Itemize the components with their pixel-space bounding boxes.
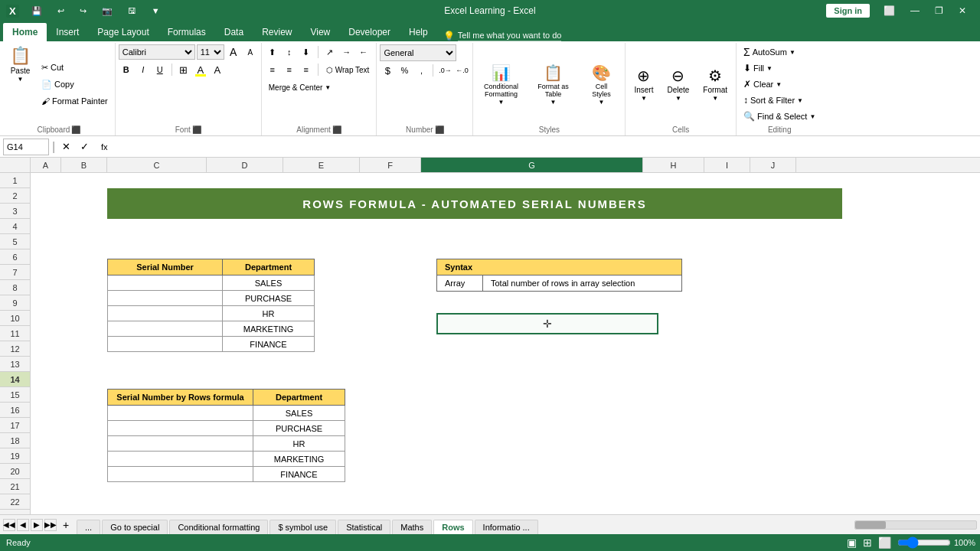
col-header-h[interactable]: H [643, 158, 704, 172]
active-cell[interactable]: ✛ [436, 313, 658, 334]
formula-input[interactable] [116, 139, 977, 155]
row-16[interactable]: 16 [0, 403, 30, 418]
tab-conditional-formatting[interactable]: Conditional formatting [169, 520, 268, 534]
wrap-text-button[interactable]: ⬡ Wrap Text [322, 62, 374, 77]
h-scrollbar-thumb[interactable] [855, 521, 886, 529]
minimize-btn[interactable]: — [903, 0, 927, 21]
tab-go-to-special[interactable]: Go to special [102, 520, 168, 534]
paste-button[interactable]: 📋 Paste ▼ [6, 44, 34, 84]
tab-rows[interactable]: Rows [433, 520, 472, 534]
font-size-select[interactable]: 11 [197, 44, 224, 60]
tab-statistical[interactable]: Statistical [338, 520, 390, 534]
table1-dept-1[interactable]: SALES [223, 276, 315, 291]
col-header-a[interactable]: A [31, 158, 61, 172]
table1-serial-1[interactable] [108, 276, 223, 291]
row-2[interactable]: 2 [0, 188, 30, 204]
table1-serial-5[interactable] [108, 337, 223, 352]
insert-button[interactable]: ⊕ Insert ▼ [629, 63, 658, 106]
align-middle-btn[interactable]: ↕ [282, 44, 297, 60]
tab-help[interactable]: Help [400, 23, 437, 41]
cancel-formula-btn[interactable]: ✕ [58, 139, 74, 155]
quick-access-screenshot[interactable]: 📷 [96, 5, 119, 18]
table2-serial-5[interactable] [108, 467, 253, 482]
tell-me-input[interactable]: Tell me what you want to do [458, 31, 562, 41]
table2-serial-2[interactable] [108, 421, 253, 436]
fill-color-btn[interactable]: A [193, 62, 208, 77]
alignment-expand-icon[interactable]: ⬛ [332, 126, 341, 134]
decrease-decimal-btn[interactable]: ←.0 [454, 63, 469, 78]
row-14[interactable]: 14 [0, 372, 30, 387]
table2-serial-3[interactable] [108, 436, 253, 452]
row-4[interactable]: 4 [0, 219, 30, 234]
row-18[interactable]: 18 [0, 433, 30, 448]
align-center-btn[interactable]: ≡ [282, 62, 297, 77]
quick-access-undo[interactable]: ↩ [51, 5, 70, 18]
tab-dots[interactable]: ... [77, 520, 100, 534]
row-6[interactable]: 6 [0, 249, 30, 265]
number-format-select[interactable]: General [380, 44, 456, 61]
sheet-nav-next[interactable]: ▶ [31, 519, 43, 531]
fill-button[interactable]: ⬇ Fill ▼ [740, 60, 776, 76]
ribbon-display-btn[interactable]: ⬜ [876, 0, 903, 21]
restore-btn[interactable]: ❐ [927, 0, 951, 21]
align-left-btn[interactable]: ≡ [265, 62, 280, 77]
tab-developer[interactable]: Developer [339, 23, 400, 41]
quick-access-redo[interactable]: ↪ [74, 5, 93, 18]
font-color-btn[interactable]: A [210, 62, 225, 77]
tab-maths[interactable]: Maths [392, 520, 432, 534]
comma-btn[interactable]: , [413, 63, 429, 78]
tab-symbol-use[interactable]: $ symbol use [270, 520, 336, 534]
align-right-btn[interactable]: ≡ [299, 62, 314, 77]
row-9[interactable]: 9 [0, 295, 30, 311]
insert-function-btn[interactable]: fx [95, 139, 113, 155]
format-button[interactable]: ⚙ Format ▼ [697, 63, 733, 106]
tab-home[interactable]: Home [3, 23, 47, 41]
table2-dept-1[interactable]: SALES [253, 406, 345, 421]
table1-serial-4[interactable] [108, 321, 223, 337]
sheet-nav-prev[interactable]: ◀ [17, 519, 29, 531]
table2-serial-1[interactable] [108, 406, 253, 421]
table1-dept-2[interactable]: PURCHASE [223, 291, 315, 306]
font-family-select[interactable]: Calibri [119, 44, 195, 60]
row-21[interactable]: 21 [0, 479, 30, 494]
row-13[interactable]: 13 [0, 357, 30, 372]
h-scrollbar[interactable] [854, 520, 977, 530]
bold-button[interactable]: B [119, 62, 134, 77]
select-all-corner[interactable] [0, 158, 31, 172]
row-22[interactable]: 22 [0, 494, 30, 510]
col-header-c[interactable]: C [107, 158, 207, 172]
row-11[interactable]: 11 [0, 326, 30, 341]
merge-center-button[interactable]: Merge & Center ▼ [265, 80, 335, 95]
page-layout-view-btn[interactable]: ⊞ [863, 536, 872, 549]
currency-btn[interactable]: $ [380, 63, 395, 78]
col-header-f[interactable]: F [360, 158, 421, 172]
tab-formulas[interactable]: Formulas [158, 23, 215, 41]
font-decrease-btn[interactable]: A [243, 44, 258, 60]
underline-button[interactable]: U [152, 62, 168, 77]
indent-increase-btn[interactable]: → [339, 44, 354, 60]
col-header-e[interactable]: E [283, 158, 360, 172]
confirm-formula-btn[interactable]: ✓ [77, 139, 92, 155]
font-expand-icon[interactable]: ⬛ [192, 126, 201, 134]
quick-access-save2[interactable]: 🖫 [122, 5, 142, 17]
cell-styles-button[interactable]: 🎨 Cell Styles ▼ [580, 63, 622, 106]
zoom-slider[interactable] [897, 536, 951, 549]
tab-insert[interactable]: Insert [47, 23, 88, 41]
add-sheet-button[interactable]: + [58, 517, 74, 533]
row-12[interactable]: 12 [0, 341, 30, 357]
delete-button[interactable]: ⊖ Delete ▼ [662, 63, 694, 106]
text-direction-btn[interactable]: ↗ [322, 44, 338, 60]
table2-dept-3[interactable]: HR [253, 436, 345, 452]
table1-serial-2[interactable] [108, 291, 223, 306]
format-painter-button[interactable]: 🖌 Format Painter [38, 93, 112, 109]
col-header-b[interactable]: B [61, 158, 107, 172]
row-5[interactable]: 5 [0, 234, 30, 249]
tab-informatio[interactable]: Informatio ... [475, 520, 538, 534]
normal-view-btn[interactable]: ▣ [847, 536, 857, 549]
percent-btn[interactable]: % [397, 63, 412, 78]
cut-button[interactable]: ✂ Cut [38, 60, 112, 75]
table2-dept-4[interactable]: MARKETING [253, 452, 345, 467]
autosum-button[interactable]: Σ AutoSum ▼ [740, 44, 799, 60]
conditional-formatting-button[interactable]: 📊 Conditional Formatting ▼ [476, 63, 525, 106]
table2-dept-2[interactable]: PURCHASE [253, 421, 345, 436]
